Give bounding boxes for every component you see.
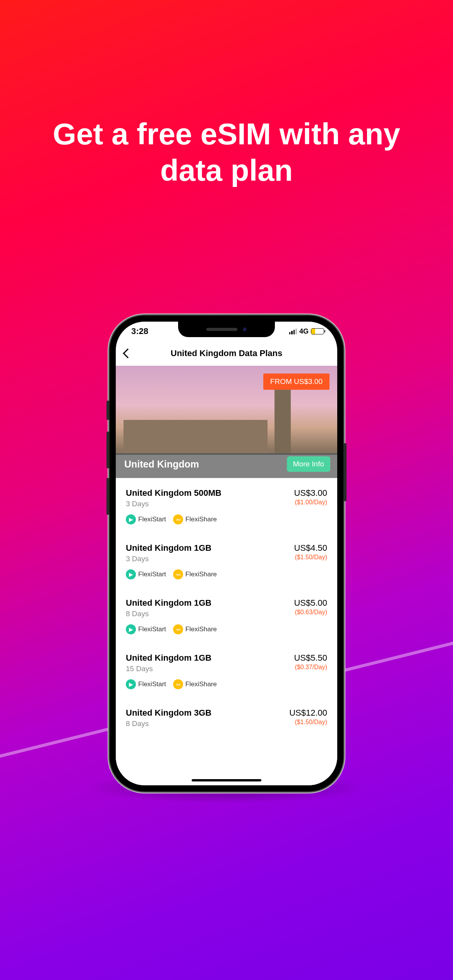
plan-name: United Kingdom 500MB bbox=[126, 488, 221, 498]
marketing-headline: Get a free eSIM with any data plan bbox=[0, 116, 453, 188]
plan-item[interactable]: United Kingdom 1GB 15 Days US$5.50 ($0.3… bbox=[116, 643, 337, 698]
flexistart-badge: ▶ FlexiStart bbox=[126, 514, 166, 524]
share-icon: ⫘ bbox=[173, 624, 183, 634]
flexistart-label: FlexiStart bbox=[138, 516, 166, 523]
flexishare-badge: ⫘ FlexiShare bbox=[173, 569, 217, 579]
camera-icon bbox=[243, 327, 247, 331]
plan-price: US$4.50 bbox=[294, 543, 327, 553]
flexishare-badge: ⫘ FlexiShare bbox=[173, 624, 217, 634]
play-icon: ▶ bbox=[126, 569, 136, 579]
plan-per-day: ($0.37/Day) bbox=[294, 664, 327, 671]
country-name: United Kingdom bbox=[124, 459, 199, 470]
phone-mockup: 3:28 4G United Kingdom Data Plans FRO bbox=[110, 315, 343, 792]
plan-price: US$12.00 bbox=[289, 708, 327, 718]
flexistart-badge: ▶ FlexiStart bbox=[126, 569, 166, 579]
phone-body: 3:28 4G United Kingdom Data Plans FRO bbox=[110, 315, 343, 792]
flexishare-label: FlexiShare bbox=[185, 680, 217, 688]
skyline-graphic bbox=[116, 397, 337, 455]
flexistart-label: FlexiStart bbox=[138, 571, 166, 578]
from-price-badge: FROM US$3.00 bbox=[263, 373, 329, 390]
plan-per-day: ($1.50/Day) bbox=[294, 554, 327, 561]
flexishare-label: FlexiShare bbox=[185, 571, 217, 578]
plan-name: United Kingdom 3GB bbox=[126, 708, 211, 718]
plan-duration: 8 Days bbox=[126, 720, 211, 728]
flexishare-label: FlexiShare bbox=[185, 625, 217, 633]
plan-per-day: ($1.00/Day) bbox=[294, 499, 327, 506]
phone-side-button bbox=[343, 443, 347, 501]
battery-icon bbox=[311, 328, 324, 334]
plan-price: US$5.50 bbox=[294, 653, 327, 663]
flexistart-badge: ▶ FlexiStart bbox=[126, 624, 166, 634]
plan-item[interactable]: United Kingdom 500MB 3 Days US$3.00 ($1.… bbox=[116, 478, 337, 533]
plan-per-day: ($1.50/Day) bbox=[289, 719, 327, 726]
phone-side-button bbox=[106, 401, 110, 420]
share-icon: ⫘ bbox=[173, 679, 183, 689]
plan-price: US$5.00 bbox=[294, 598, 327, 608]
home-indicator[interactable] bbox=[192, 779, 261, 781]
plan-duration: 3 Days bbox=[126, 555, 211, 563]
flexishare-badge: ⫘ FlexiShare bbox=[173, 679, 217, 689]
signal-icon bbox=[289, 329, 297, 334]
phone-notch bbox=[178, 322, 275, 337]
status-time: 3:28 bbox=[131, 326, 148, 336]
status-network: 4G bbox=[299, 327, 309, 336]
plan-duration: 8 Days bbox=[126, 610, 211, 618]
plan-duration: 3 Days bbox=[126, 500, 221, 508]
plan-item[interactable]: United Kingdom 1GB 3 Days US$4.50 ($1.50… bbox=[116, 533, 337, 588]
more-info-button[interactable]: More Info bbox=[287, 456, 330, 472]
flexishare-badge: ⫘ FlexiShare bbox=[173, 514, 217, 524]
plan-item[interactable]: United Kingdom 1GB 8 Days US$5.00 ($0.63… bbox=[116, 588, 337, 643]
phone-side-button bbox=[106, 432, 110, 468]
page-title: United Kingdom Data Plans bbox=[116, 348, 337, 358]
nav-bar: United Kingdom Data Plans bbox=[116, 341, 337, 366]
play-icon: ▶ bbox=[126, 624, 136, 634]
plan-list[interactable]: United Kingdom 500MB 3 Days US$3.00 ($1.… bbox=[116, 478, 337, 785]
plan-name: United Kingdom 1GB bbox=[126, 543, 211, 553]
plan-name: United Kingdom 1GB bbox=[126, 598, 211, 608]
plan-price: US$3.00 bbox=[294, 488, 327, 498]
plan-duration: 15 Days bbox=[126, 665, 211, 673]
phone-screen: 3:28 4G United Kingdom Data Plans FRO bbox=[116, 322, 337, 785]
phone-side-button bbox=[106, 478, 110, 515]
hero-image: FROM US$3.00 United Kingdom More Info bbox=[116, 366, 337, 478]
flexistart-label: FlexiStart bbox=[138, 625, 166, 633]
play-icon: ▶ bbox=[126, 679, 136, 689]
speaker-icon bbox=[206, 328, 237, 331]
flexishare-label: FlexiShare bbox=[185, 516, 217, 523]
status-right: 4G bbox=[289, 327, 324, 336]
share-icon: ⫘ bbox=[173, 569, 183, 579]
share-icon: ⫘ bbox=[173, 514, 183, 524]
play-icon: ▶ bbox=[126, 514, 136, 524]
plan-per-day: ($0.63/Day) bbox=[294, 609, 327, 616]
flexistart-badge: ▶ FlexiStart bbox=[126, 679, 166, 689]
flexistart-label: FlexiStart bbox=[138, 680, 166, 688]
plan-name: United Kingdom 1GB bbox=[126, 653, 211, 663]
plan-item[interactable]: United Kingdom 3GB 8 Days US$12.00 ($1.5… bbox=[116, 698, 337, 737]
